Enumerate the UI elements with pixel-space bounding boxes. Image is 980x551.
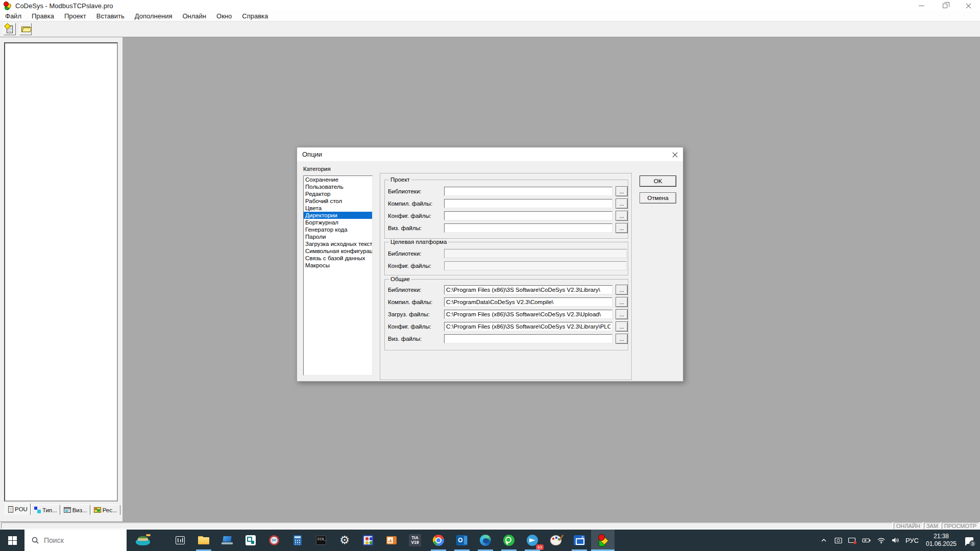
project-config-input[interactable] [444,211,612,220]
group-project-title: Проект [389,177,411,183]
field-row: Виз. файлы: ... [385,334,628,344]
start-button[interactable] [0,530,24,551]
file-explorer-icon [198,536,209,544]
tab-resources[interactable]: Рес... [91,505,120,515]
menu-help[interactable]: Справка [237,11,273,21]
close-button[interactable] [957,0,980,11]
taskbar-app-explorer[interactable] [192,530,215,551]
tray-battery[interactable] [861,530,873,551]
language-indicator[interactable]: РУС [903,537,921,544]
taskbar-app-flowchart[interactable] [239,530,262,551]
clock-date: 01.06.2025 [923,540,960,548]
taskbar-app-snipping[interactable]: ✂ [262,530,286,551]
cancel-button[interactable]: Отмена [640,192,676,204]
general-libraries-input[interactable] [444,285,612,294]
menu-extras[interactable]: Дополнения [130,11,178,21]
field-row: Загруз. файлы: ... [385,310,628,320]
app-titlebar: CoDeSys - ModbusTCPslave.pro [0,0,980,11]
category-item-selected[interactable]: Директории [304,212,372,219]
project-compile-input[interactable] [444,199,612,208]
minimize-button[interactable] [910,0,933,11]
category-item[interactable]: Символьная конфигурац [304,247,372,255]
category-item[interactable]: Связь с базой данных [304,255,372,262]
chevron-up-icon [820,537,827,544]
taskbar-search[interactable] [24,530,127,551]
field-label: Виз. файлы: [388,225,422,231]
clock[interactable]: 21:38 01.06.2025 [923,533,960,548]
taskbar-app-chrome[interactable] [427,530,450,551]
object-organizer-panel[interactable] [4,42,118,502]
search-input[interactable] [44,536,115,544]
taskbar-app-edge[interactable] [474,530,497,551]
widgets-weather-button[interactable] [127,530,159,551]
category-item[interactable]: Макросы [304,262,372,269]
menu-online[interactable]: Онлайн [177,11,211,21]
taskbar-app-codesys[interactable] [591,530,615,551]
browse-button[interactable]: ... [616,223,628,233]
menu-project[interactable]: Проект [59,11,91,21]
chrome-icon [433,535,444,546]
tab-pou[interactable]: POU [5,503,31,515]
ok-button[interactable]: OK [640,176,676,187]
tray-expand-button[interactable] [818,530,830,551]
taskbar-app-bluewindow[interactable] [568,530,591,551]
menu-insert[interactable]: Вставить [91,11,130,21]
taskbar-app-settings[interactable]: ⚙ [333,530,356,551]
taskbar-app-telegram[interactable]: 83 [521,530,544,551]
category-label: Категория [303,166,331,172]
tab-res-label: Рес... [103,507,117,513]
taskbar-app-laptop[interactable] [215,530,239,551]
taskbar-app-outlook[interactable] [450,530,474,551]
general-upload-input[interactable] [444,310,612,319]
project-visu-input[interactable] [444,223,612,233]
category-item[interactable]: Бортжурнал [304,219,372,226]
menu-edit[interactable]: Правка [27,11,59,21]
category-item[interactable]: Редактор [304,190,372,197]
tray-cast-alert[interactable] [846,530,859,551]
general-compile-input[interactable] [444,297,612,307]
restore-button[interactable] [933,0,957,11]
category-item[interactable]: Пользователь [304,183,372,190]
general-config-input[interactable] [444,322,612,331]
tray-tablet-mode[interactable] [832,530,844,551]
project-libraries-input[interactable] [444,187,612,196]
menu-file[interactable]: Файл [0,11,27,21]
field-label: Компил. файлы: [388,201,432,207]
cast-icon [848,537,857,544]
category-item[interactable]: Сохранение [304,176,372,183]
menu-window[interactable]: Окно [211,11,237,21]
category-item[interactable]: Цвета [304,205,372,212]
browse-button[interactable]: ... [616,186,628,196]
category-item[interactable]: Пароли [304,233,372,240]
category-item[interactable]: Рабочий стол [304,197,372,205]
taskbar-app-taskview[interactable] [168,530,192,551]
category-item[interactable]: Генератор кода [304,226,372,233]
category-item[interactable]: Загрузка исходных текст [304,240,372,247]
browse-button[interactable]: ... [616,321,628,332]
category-listbox[interactable]: Сохранение Пользователь Редактор Рабочий… [303,176,373,375]
browse-button[interactable]: ... [616,334,628,344]
general-visu-input[interactable] [444,334,612,343]
browse-button[interactable]: ... [616,297,628,307]
new-project-button[interactable] [4,23,16,35]
browse-button[interactable]: ... [616,211,628,221]
taskbar-app-tia[interactable]: TIA V19 [403,530,427,551]
dialog-close-button[interactable] [671,151,679,159]
taskbar-app-console[interactable]: DIN_ [309,530,333,551]
tab-visualizations[interactable]: Виз... [61,505,90,515]
taskbar-app-colorgrid[interactable] [356,530,380,551]
action-center-button[interactable]: 3 [962,530,977,551]
window-title: CoDeSys - ModbusTCPslave.pro [15,2,113,10]
tab-data-types[interactable]: Тип... [31,505,60,515]
open-project-button[interactable] [19,23,32,35]
dialog-titlebar[interactable]: Опции [297,147,683,161]
browse-button[interactable]: ... [616,309,628,319]
taskbar-app-whatsapp[interactable] [497,530,521,551]
tray-volume[interactable] [889,530,901,551]
taskbar-app-paint[interactable] [544,530,568,551]
tray-wifi[interactable] [875,530,887,551]
browse-button[interactable]: ... [616,198,628,209]
taskbar-app-presentation[interactable] [380,530,403,551]
browse-button[interactable]: ... [616,285,628,295]
taskbar-app-calculator[interactable] [286,530,309,551]
